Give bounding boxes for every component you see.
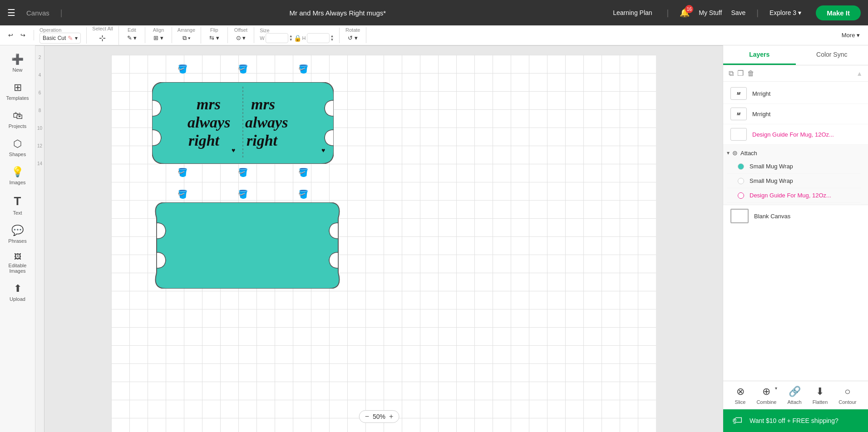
lock-icon[interactable]: 🔒 (294, 34, 301, 42)
notifications-bell[interactable]: 🔔 16 (680, 8, 690, 18)
layer-copy-button[interactable]: ⧉ (729, 69, 734, 78)
toolbar: ↩ ↪ Operation Basic Cut ✎ ▾ Select All ⊹… (0, 25, 868, 45)
undo-button[interactable]: ↩ (5, 30, 16, 40)
slice-button[interactable]: ⊗ Slice (735, 386, 746, 405)
rotate-button[interactable]: ↺ ▾ (345, 33, 360, 43)
height-down-arrow[interactable]: ▼ (330, 38, 334, 42)
tab-layers[interactable]: Layers (723, 45, 796, 65)
bottom-mug-wrap[interactable] (152, 202, 343, 290)
width-input[interactable] (266, 33, 288, 43)
more-button[interactable]: More ▾ (839, 30, 863, 40)
sidebar-item-phrases[interactable]: 💬 Phrases (0, 220, 35, 248)
align-label: Align (153, 27, 164, 33)
sidebar-label-phrases: Phrases (8, 238, 26, 244)
sidebar-item-new[interactable]: ➕ New (0, 49, 35, 77)
top-mug-wrap[interactable]: mrs always right ♥ mrs always right ♥ (152, 82, 334, 166)
header-divider-2: | (756, 8, 759, 18)
select-all-button[interactable]: ⊹ (96, 31, 108, 45)
size-label: Size (260, 28, 334, 33)
flip-button[interactable]: ⇆ ▾ (207, 33, 222, 43)
mug-handle-icon-6[interactable]: 🪣 (298, 167, 308, 177)
zoom-level: 50% (373, 413, 385, 420)
edit-section: Edit ✎ ▾ (124, 27, 146, 43)
make-it-button[interactable]: Make It (816, 5, 861, 20)
operation-section: Operation Basic Cut ✎ ▾ (39, 27, 87, 44)
attach-group-header[interactable]: ▾ ⊜ Attach (727, 147, 861, 159)
combine-button[interactable]: ⊕ Combine ▾ (756, 386, 776, 405)
select-all-section: Select All ⊹ (92, 26, 118, 45)
arrange-section: Arrange ⧉ ▾ (178, 27, 201, 44)
layer-name-design-guide-2: Design Guide For Mug, 12Oz... (750, 192, 853, 199)
promo-bar[interactable]: 🏷 Want $10 off + FREE shipping? (723, 409, 868, 432)
bottom-handle-row-top: 🪣 🪣 🪣 (152, 167, 334, 177)
mug-handle-icon-3[interactable]: 🪣 (298, 64, 308, 74)
sidebar-label-images: Images (9, 180, 25, 185)
layer-delete-button[interactable]: 🗑 (747, 69, 755, 78)
mug-handle-icon-1[interactable]: 🪣 (178, 64, 187, 74)
width-down-arrow[interactable]: ▼ (289, 38, 293, 42)
attach-icon: 🔗 (789, 386, 801, 398)
arrange-button[interactable]: ⧉ ▾ (180, 33, 193, 44)
contour-button[interactable]: ○ Contour (838, 386, 856, 405)
height-input[interactable] (307, 33, 330, 43)
sidebar-item-images[interactable]: 💡 Images (0, 162, 35, 190)
sidebar-item-upload[interactable]: ⬆ Upload (0, 278, 35, 306)
layer-item-mrright-2[interactable]: M Mrright (723, 104, 868, 124)
mug-handle-icon-8[interactable]: 🪣 (238, 189, 248, 199)
canvas-scroll[interactable]: 🪣 🪣 🪣 (44, 46, 723, 432)
tab-color-sync[interactable]: Color Sync (796, 45, 868, 65)
mug-handle-icon-2[interactable]: 🪣 (238, 64, 248, 74)
slice-icon: ⊗ (736, 386, 745, 398)
layer-thumb-2: M (730, 108, 747, 120)
machine-selector[interactable]: Explore 3 ▾ (769, 9, 801, 16)
sidebar-label-projects: Projects (9, 123, 27, 129)
flatten-button[interactable]: ⬇ Flatten (813, 386, 828, 405)
svg-text:♥: ♥ (232, 147, 235, 154)
mug-handle-icon-5[interactable]: 🪣 (238, 167, 248, 177)
canvas-area: 2 4 6 8 10 12 14 16 18 20 22 24 26 24681… (35, 45, 723, 432)
zoom-out-button[interactable]: − (365, 412, 369, 421)
flip-label: Flip (210, 27, 218, 33)
rotate-section: Rotate ↺ ▾ (345, 27, 366, 43)
operation-edit-icon: ✎ (68, 34, 73, 42)
flip-section: Flip ⇆ ▾ (207, 27, 228, 43)
layers-panel: Layers Color Sync ⧉ ❐ 🗑 ▲ M Mrright M (723, 45, 868, 432)
mug-handle-icon-9[interactable]: 🪣 (298, 189, 308, 199)
sidebar-label-text: Text (13, 210, 22, 216)
layer-item-design-guide-2[interactable]: Design Guide For Mug, 12Oz... (727, 188, 861, 203)
menu-icon[interactable]: ☰ (7, 7, 15, 18)
chevron-down-icon: ▾ (798, 9, 801, 16)
projects-icon: 🛍 (13, 110, 23, 122)
sidebar: ➕ New ⊞ Templates 🛍 Projects ⬡ Shapes 💡 … (0, 45, 35, 432)
sidebar-item-templates[interactable]: ⊞ Templates (0, 77, 35, 105)
layer-item-small-mug-wrap-2[interactable]: Small Mug Wrap (727, 174, 861, 188)
templates-icon: ⊞ (14, 82, 22, 93)
offset-button[interactable]: ⊙ ▾ (233, 33, 249, 43)
top-handle-row: 🪣 🪣 🪣 (152, 64, 334, 74)
layer-item-small-mug-wrap-1[interactable]: Small Mug Wrap (727, 159, 861, 174)
sidebar-item-editable-images[interactable]: 🖼 Editable Images (0, 248, 35, 278)
sidebar-item-text[interactable]: T Text (0, 190, 35, 220)
save-button[interactable]: Save (731, 9, 745, 16)
sidebar-label-new: New (12, 67, 22, 73)
layer-duplicate-button[interactable]: ❐ (737, 69, 744, 78)
my-stuff-link[interactable]: My Stuff (699, 9, 722, 16)
layer-item-design-guide-1[interactable]: Design Guide For Mug, 12Oz... (723, 124, 868, 145)
layer-item-mrright-1[interactable]: M Mrright (723, 83, 868, 104)
operation-select[interactable]: Basic Cut ✎ ▾ (39, 33, 81, 44)
blank-canvas-item[interactable]: Blank Canvas (723, 205, 868, 227)
redo-button[interactable]: ↪ (18, 30, 28, 40)
bottom-mug-svg (152, 202, 343, 289)
header: ☰ Canvas | Mr and Mrs Always Right mugs*… (0, 0, 868, 25)
sidebar-item-shapes[interactable]: ⬡ Shapes (0, 133, 35, 162)
promo-icon: 🏷 (732, 415, 742, 427)
svg-text:always: always (187, 114, 230, 131)
zoom-in-button[interactable]: + (389, 412, 393, 421)
edit-button[interactable]: ✎ ▾ (124, 33, 140, 43)
learning-plan-link[interactable]: Learning Plan (613, 9, 652, 16)
sidebar-item-projects[interactable]: 🛍 Projects (0, 105, 35, 133)
align-button[interactable]: ⊞ ▾ (151, 33, 166, 43)
attach-button[interactable]: 🔗 Attach (787, 386, 801, 405)
mug-handle-icon-7[interactable]: 🪣 (178, 189, 187, 199)
mug-handle-icon-4[interactable]: 🪣 (178, 167, 187, 177)
